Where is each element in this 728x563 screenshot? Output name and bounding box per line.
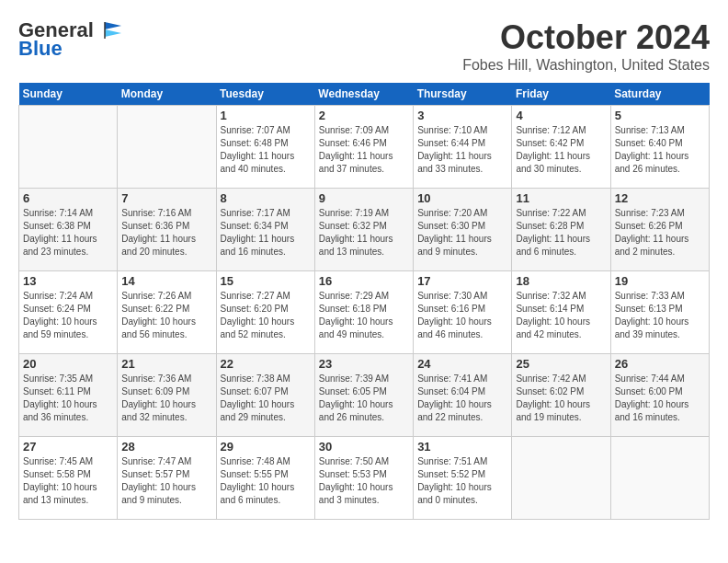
day-number: 5 <box>615 109 705 122</box>
day-info: Sunrise: 7:32 AM Sunset: 6:14 PM Dayligh… <box>516 290 606 341</box>
calendar-cell: 4Sunrise: 7:12 AM Sunset: 6:42 PM Daylig… <box>512 106 610 189</box>
day-info: Sunrise: 7:35 AM Sunset: 6:11 PM Dayligh… <box>23 373 113 424</box>
calendar-cell: 7Sunrise: 7:16 AM Sunset: 6:36 PM Daylig… <box>118 189 216 271</box>
calendar-cell: 16Sunrise: 7:29 AM Sunset: 6:18 PM Dayli… <box>314 271 413 354</box>
calendar-cell: 9Sunrise: 7:19 AM Sunset: 6:32 PM Daylig… <box>314 189 413 271</box>
page-header: General Blue October 2024 Fobes Hill, Wa… <box>18 18 710 74</box>
day-info: Sunrise: 7:42 AM Sunset: 6:02 PM Dayligh… <box>516 373 606 424</box>
day-number: 28 <box>121 440 211 454</box>
calendar-cell: 1Sunrise: 7:07 AM Sunset: 6:48 PM Daylig… <box>216 106 314 189</box>
day-number: 12 <box>615 191 705 205</box>
calendar-cell: 30Sunrise: 7:50 AM Sunset: 5:53 PM Dayli… <box>314 437 413 520</box>
day-number: 30 <box>319 440 409 454</box>
calendar-cell: 10Sunrise: 7:20 AM Sunset: 6:30 PM Dayli… <box>414 189 512 271</box>
day-info: Sunrise: 7:12 AM Sunset: 6:42 PM Dayligh… <box>516 124 606 176</box>
calendar-cell: 6Sunrise: 7:14 AM Sunset: 6:38 PM Daylig… <box>19 189 118 271</box>
day-info: Sunrise: 7:50 AM Sunset: 5:53 PM Dayligh… <box>319 455 409 507</box>
day-number: 18 <box>516 274 606 288</box>
calendar-cell <box>610 437 709 520</box>
calendar-cell: 21Sunrise: 7:36 AM Sunset: 6:09 PM Dayli… <box>118 354 216 437</box>
day-info: Sunrise: 7:30 AM Sunset: 6:16 PM Dayligh… <box>417 290 507 341</box>
week-row-3: 13Sunrise: 7:24 AM Sunset: 6:24 PM Dayli… <box>19 271 710 354</box>
day-info: Sunrise: 7:23 AM Sunset: 6:26 PM Dayligh… <box>615 207 705 259</box>
day-info: Sunrise: 7:16 AM Sunset: 6:36 PM Dayligh… <box>121 207 211 259</box>
day-number: 6 <box>23 191 113 205</box>
weekday-header-tuesday: Tuesday <box>216 83 314 106</box>
calendar-cell: 3Sunrise: 7:10 AM Sunset: 6:44 PM Daylig… <box>414 106 512 189</box>
weekday-header-saturday: Saturday <box>610 83 709 106</box>
day-number: 31 <box>417 440 507 454</box>
day-number: 8 <box>221 191 311 205</box>
calendar-cell: 14Sunrise: 7:26 AM Sunset: 6:22 PM Dayli… <box>118 271 216 354</box>
calendar-cell: 8Sunrise: 7:17 AM Sunset: 6:34 PM Daylig… <box>216 189 314 271</box>
day-number: 20 <box>23 357 113 371</box>
day-info: Sunrise: 7:29 AM Sunset: 6:18 PM Dayligh… <box>319 290 409 341</box>
day-number: 16 <box>319 274 409 288</box>
weekday-header-sunday: Sunday <box>19 83 118 106</box>
svg-marker-1 <box>105 29 121 37</box>
calendar-cell: 17Sunrise: 7:30 AM Sunset: 6:16 PM Dayli… <box>414 271 512 354</box>
calendar-cell: 19Sunrise: 7:33 AM Sunset: 6:13 PM Dayli… <box>610 271 709 354</box>
week-row-1: 1Sunrise: 7:07 AM Sunset: 6:48 PM Daylig… <box>19 106 710 189</box>
day-number: 3 <box>417 109 507 122</box>
calendar-cell: 20Sunrise: 7:35 AM Sunset: 6:11 PM Dayli… <box>19 354 118 437</box>
title-block: October 2024 Fobes Hill, Washington, Uni… <box>462 18 710 74</box>
calendar-cell: 13Sunrise: 7:24 AM Sunset: 6:24 PM Dayli… <box>19 271 118 354</box>
calendar-cell: 18Sunrise: 7:32 AM Sunset: 6:14 PM Dayli… <box>512 271 610 354</box>
day-info: Sunrise: 7:19 AM Sunset: 6:32 PM Dayligh… <box>319 207 409 259</box>
calendar-cell <box>19 106 118 189</box>
week-row-4: 20Sunrise: 7:35 AM Sunset: 6:11 PM Dayli… <box>19 354 710 437</box>
day-info: Sunrise: 7:44 AM Sunset: 6:00 PM Dayligh… <box>615 373 705 424</box>
day-number: 13 <box>23 274 113 288</box>
calendar-cell: 26Sunrise: 7:44 AM Sunset: 6:00 PM Dayli… <box>610 354 709 437</box>
day-info: Sunrise: 7:20 AM Sunset: 6:30 PM Dayligh… <box>417 207 507 259</box>
svg-marker-0 <box>105 22 121 29</box>
day-info: Sunrise: 7:24 AM Sunset: 6:24 PM Dayligh… <box>23 290 113 341</box>
day-number: 14 <box>121 274 211 288</box>
weekday-header-monday: Monday <box>118 83 216 106</box>
day-number: 23 <box>319 357 409 371</box>
weekday-header-wednesday: Wednesday <box>314 83 413 106</box>
day-number: 21 <box>121 357 211 371</box>
weekday-header-row: SundayMondayTuesdayWednesdayThursdayFrid… <box>19 83 710 106</box>
calendar-cell: 28Sunrise: 7:47 AM Sunset: 5:57 PM Dayli… <box>118 437 216 520</box>
day-info: Sunrise: 7:33 AM Sunset: 6:13 PM Dayligh… <box>615 290 705 341</box>
logo-bird-icon <box>96 20 121 40</box>
day-number: 27 <box>23 440 113 454</box>
weekday-header-thursday: Thursday <box>414 83 512 106</box>
calendar-cell: 5Sunrise: 7:13 AM Sunset: 6:40 PM Daylig… <box>610 106 709 189</box>
day-number: 2 <box>319 109 409 122</box>
calendar-cell <box>118 106 216 189</box>
weekday-header-friday: Friday <box>512 83 610 106</box>
day-info: Sunrise: 7:09 AM Sunset: 6:46 PM Dayligh… <box>319 124 409 176</box>
day-info: Sunrise: 7:07 AM Sunset: 6:48 PM Dayligh… <box>221 124 311 176</box>
calendar-cell: 12Sunrise: 7:23 AM Sunset: 6:26 PM Dayli… <box>610 189 709 271</box>
day-number: 26 <box>615 357 705 371</box>
month-title: October 2024 <box>462 18 710 57</box>
calendar-cell: 25Sunrise: 7:42 AM Sunset: 6:02 PM Dayli… <box>512 354 610 437</box>
calendar-cell: 15Sunrise: 7:27 AM Sunset: 6:20 PM Dayli… <box>216 271 314 354</box>
day-number: 10 <box>417 191 507 205</box>
day-info: Sunrise: 7:41 AM Sunset: 6:04 PM Dayligh… <box>417 373 507 424</box>
day-info: Sunrise: 7:10 AM Sunset: 6:44 PM Dayligh… <box>417 124 507 176</box>
day-info: Sunrise: 7:26 AM Sunset: 6:22 PM Dayligh… <box>121 290 211 341</box>
day-number: 9 <box>319 191 409 205</box>
day-info: Sunrise: 7:45 AM Sunset: 5:58 PM Dayligh… <box>23 455 113 507</box>
day-number: 19 <box>615 274 705 288</box>
day-info: Sunrise: 7:38 AM Sunset: 6:07 PM Dayligh… <box>221 373 311 424</box>
day-info: Sunrise: 7:36 AM Sunset: 6:09 PM Dayligh… <box>121 373 211 424</box>
calendar-cell: 23Sunrise: 7:39 AM Sunset: 6:05 PM Dayli… <box>314 354 413 437</box>
day-info: Sunrise: 7:27 AM Sunset: 6:20 PM Dayligh… <box>221 290 311 341</box>
day-number: 22 <box>221 357 311 371</box>
calendar-table: SundayMondayTuesdayWednesdayThursdayFrid… <box>18 83 710 520</box>
calendar-cell: 2Sunrise: 7:09 AM Sunset: 6:46 PM Daylig… <box>314 106 413 189</box>
calendar-cell: 29Sunrise: 7:48 AM Sunset: 5:55 PM Dayli… <box>216 437 314 520</box>
day-number: 29 <box>221 440 311 454</box>
week-row-2: 6Sunrise: 7:14 AM Sunset: 6:38 PM Daylig… <box>19 189 710 271</box>
day-number: 24 <box>417 357 507 371</box>
calendar-cell: 31Sunrise: 7:51 AM Sunset: 5:52 PM Dayli… <box>414 437 512 520</box>
day-number: 15 <box>221 274 311 288</box>
day-number: 25 <box>516 357 606 371</box>
calendar-cell <box>512 437 610 520</box>
day-info: Sunrise: 7:22 AM Sunset: 6:28 PM Dayligh… <box>516 207 606 259</box>
